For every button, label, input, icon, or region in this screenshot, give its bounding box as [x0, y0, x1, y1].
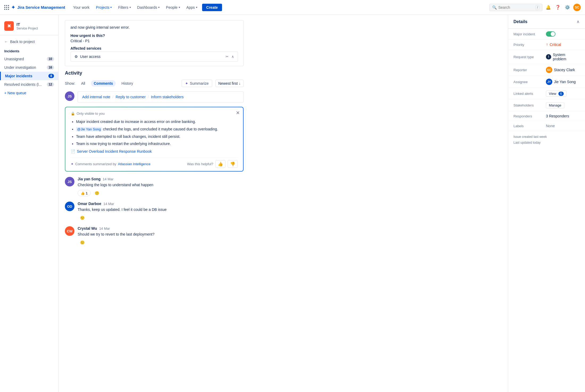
create-button[interactable]: Create: [202, 4, 222, 11]
inform-stakeholders-button[interactable]: Inform stakeholders: [151, 95, 183, 99]
ai-credit-text: Comments summarized by: [75, 162, 116, 166]
detail-label-major: Major incident: [513, 32, 543, 36]
search-input[interactable]: [498, 5, 534, 10]
newest-first-button[interactable]: Newest first ↓: [215, 80, 244, 87]
reply-row: JS Add internal note / Reply to customer…: [65, 91, 244, 103]
new-queue-button[interactable]: + New queue: [0, 89, 58, 97]
activity-title: Activity: [65, 70, 244, 76]
details-header: Details ∧: [508, 15, 585, 29]
reporter-name: Stacey Clark: [554, 68, 575, 72]
comment-meta-1: Omar Darboe 14 Mar: [78, 202, 244, 206]
request-type-icon: !: [546, 54, 551, 59]
add-reaction-button-0[interactable]: 🙂: [92, 190, 102, 196]
major-incident-toggle[interactable]: [546, 31, 555, 37]
sidebar-item-label: Unassigned: [4, 57, 24, 61]
sidebar-item-under-investigation[interactable]: Under investigation 16: [0, 63, 58, 72]
runbook-row: 📄 Server Overload Incident Response Runb…: [71, 149, 238, 154]
nav-your-work[interactable]: Your work: [70, 4, 92, 11]
back-label: Back to project: [10, 40, 35, 44]
detail-row-assignee: Assignee JY Jie Yan Song: [508, 76, 585, 88]
issue-updated: Last updated today: [513, 140, 580, 146]
link-icon[interactable]: ✂: [225, 54, 229, 59]
urgency-label: How urgent is this?: [70, 33, 238, 38]
chevron-down-icon: ▾: [158, 6, 160, 9]
nav-dashboards[interactable]: Dashboards ▾: [135, 4, 162, 11]
visibility-note: 🔒 Only visible to you: [71, 112, 238, 116]
visibility-text: Only visible to you: [77, 112, 105, 116]
collapse-icon[interactable]: ∧: [231, 54, 234, 59]
sparkle-icon: ✦: [185, 81, 188, 86]
detail-value-priority: ↑ Critical: [546, 42, 580, 47]
commenter-avatar-2: CW: [65, 226, 74, 236]
atlassian-intelligence-link[interactable]: Atlassian Intelligence: [118, 162, 151, 166]
app-logo[interactable]: ✦ Jira Service Management: [4, 5, 65, 10]
bullet-1: Major incident created due to increase i…: [76, 119, 238, 125]
bullet-2: @Jie Yan Song checked the logs, and conc…: [76, 126, 238, 133]
linked-alerts-view-button[interactable]: View 6: [546, 91, 567, 97]
filter-comments-button[interactable]: Comments: [91, 80, 115, 87]
project-type: Service Project: [16, 27, 38, 30]
comment-body-2: Crystal Wu 14 Mar Should we try to rever…: [78, 226, 244, 246]
sidebar-item-unassigned[interactable]: Unassigned 10: [0, 55, 58, 63]
grid-icon: [4, 5, 9, 10]
ai-footer: ✦ Comments summarized by Atlassian Intel…: [71, 157, 238, 168]
project-header: ✖ IT Service Project: [0, 19, 58, 35]
settings-icon[interactable]: ⚙️: [564, 4, 571, 11]
nav-apps[interactable]: Apps ▾: [184, 4, 200, 11]
add-reaction-button-1[interactable]: 🙂: [78, 215, 87, 221]
sort-icon: ↓: [239, 81, 241, 86]
runbook-link[interactable]: 📄 Server Overload Incident Response Runb…: [71, 149, 238, 154]
sidebar-section-incidents: Incidents: [0, 46, 58, 55]
chevron-down-icon: ▾: [110, 6, 112, 9]
arrow-left-icon: ←: [4, 40, 8, 44]
comment-author-2: Crystal Wu: [78, 226, 97, 231]
close-summary-button[interactable]: ✕: [236, 110, 240, 116]
affected-label: Affected services: [70, 46, 238, 50]
summary-bullets: Major incident created due to increase i…: [71, 119, 238, 147]
chevron-down-icon: ▾: [196, 6, 197, 9]
back-to-project-button[interactable]: ← Back to project: [0, 37, 58, 46]
nav-projects[interactable]: Projects ▾: [93, 4, 115, 11]
filter-history-button[interactable]: History: [119, 80, 136, 87]
comment-author-1: Omar Darboe: [78, 202, 101, 206]
reporter-avatar: SC: [546, 67, 552, 73]
comment-meta-0: Jia yan Song 14 Mar: [78, 177, 244, 181]
topnav-nav: Your work Projects ▾ Filters ▾ Dashboard…: [70, 4, 487, 11]
filter-all-button[interactable]: All: [78, 80, 88, 87]
reply-actions[interactable]: Add internal note / Reply to customer / …: [78, 91, 244, 103]
detail-row-labels: Labels None: [508, 121, 585, 131]
nav-filters[interactable]: Filters ▾: [115, 4, 133, 11]
labels-value: None: [546, 124, 555, 128]
request-type-value: System problem: [553, 53, 580, 61]
stakeholders-manage-button[interactable]: Manage: [546, 102, 564, 108]
user-avatar[interactable]: SC: [573, 4, 581, 11]
add-reaction-button-2[interactable]: 🙂: [78, 239, 87, 246]
comment-body-1: Omar Darboe 14 Mar Thanks, keep us updat…: [78, 202, 244, 221]
detail-label-request: Request type: [513, 55, 543, 59]
comment-reactions-2: 🙂: [78, 239, 244, 246]
comment-row-0: JS Jia yan Song 14 Mar Checking the logs…: [65, 177, 244, 196]
nav-people[interactable]: People ▾: [163, 4, 183, 11]
assignee-name: Jie Yan Song: [554, 80, 576, 84]
comment-date-2: 14 Mar: [99, 227, 110, 231]
search-box[interactable]: 🔍 /: [489, 4, 542, 11]
help-icon[interactable]: ❓: [554, 4, 562, 11]
thumbs-up-button[interactable]: 👍: [215, 160, 225, 168]
notifications-icon[interactable]: 🔔: [545, 4, 552, 11]
sidebar-item-major-incidents[interactable]: Major incidents 8: [0, 72, 58, 80]
sidebar: ✖ IT Service Project ← Back to project I…: [0, 15, 59, 392]
lock-icon: 🔒: [71, 112, 75, 116]
app-layout: ✖ IT Service Project ← Back to project I…: [0, 15, 585, 392]
chevron-up-icon[interactable]: ∧: [576, 19, 580, 24]
reply-to-customer-button[interactable]: Reply to customer: [116, 95, 146, 99]
detail-row-major-incident: Major incident: [508, 29, 585, 40]
summary-box: ✕ 🔒 Only visible to you Major incident c…: [65, 107, 244, 172]
add-internal-note-button[interactable]: Add internal note: [82, 95, 110, 99]
reaction-thumbsup-0[interactable]: 👍 1: [78, 190, 91, 196]
app-title: Jira Service Management: [17, 5, 65, 10]
summarize-button[interactable]: ✦ Summarize: [182, 80, 212, 87]
thumbs-down-button[interactable]: 👎: [228, 160, 238, 168]
sidebar-badge-major-incidents: 8: [48, 74, 54, 78]
sidebar-badge-unassigned: 10: [47, 57, 54, 61]
sidebar-item-resolved[interactable]: Resolved incidents (l... 12: [0, 80, 58, 89]
